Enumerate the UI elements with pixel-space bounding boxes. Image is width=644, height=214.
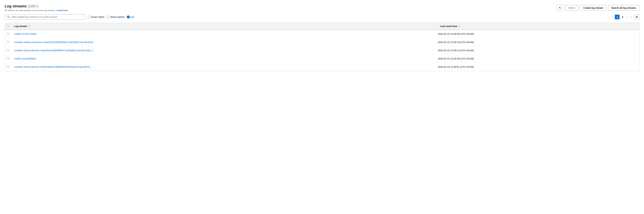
log-stream-col-label: Log stream xyxy=(14,25,27,28)
row-3-checkbox-cell xyxy=(5,46,12,55)
last-event-col-label: Last event time xyxy=(440,25,457,28)
info-icon: i xyxy=(127,16,130,19)
row-1-checkbox-cell xyxy=(5,30,12,38)
show-expired-text: Show expired xyxy=(110,16,124,18)
search-all-log-streams-button[interactable]: Search all log streams xyxy=(608,5,639,11)
create-log-stream-button[interactable]: Create log stream xyxy=(580,5,606,11)
delete-button[interactable]: Delete xyxy=(565,5,578,11)
search-input[interactable] xyxy=(12,16,83,18)
table-row: onetribe-web-production-9253fcabbf31586f… xyxy=(5,63,639,71)
settings-icon: ⚙ xyxy=(636,16,638,19)
row-3-event-time-cell: 2024-02-15 13:45:14 (UTC+04:00) xyxy=(435,46,639,55)
header-row: Log streams (100+) By default, we only l… xyxy=(5,4,639,12)
row-2-checkbox[interactable] xyxy=(7,41,9,43)
table-row: onetribe-sidekiq-production-e3ae055ec96d… xyxy=(5,38,639,46)
search-box: 🔍 xyxy=(5,14,85,20)
select-all-col xyxy=(5,23,12,30)
show-expired-label[interactable]: Show expired xyxy=(107,16,124,18)
log-streams-table: Log stream ▽ Last event time ▼ xyxy=(5,23,639,71)
filter-options: Exact match Show expired i Info xyxy=(88,16,134,19)
title-section: Log streams (100+) By default, we only l… xyxy=(5,4,68,12)
table-row: traefik-a1a023bf4b02 2024-02-15 13:32:26… xyxy=(5,55,639,63)
row-3-checkbox[interactable] xyxy=(7,49,9,51)
row-1-stream-cell: traefik-cec26173a2bc xyxy=(12,30,435,38)
title-label: Log streams xyxy=(5,4,27,8)
row-4-event-time-cell: 2024-02-15 13:32:26 (UTC+04:00) xyxy=(435,55,639,63)
table-settings-button[interactable]: ⚙ xyxy=(634,15,639,20)
row-5-checkbox-cell xyxy=(5,63,12,71)
search-icon: 🔍 xyxy=(7,16,10,19)
page-ellipsis: ... xyxy=(626,16,628,18)
delete-label: Delete xyxy=(568,7,575,9)
main-container: Log streams (100+) By default, we only l… xyxy=(0,0,644,214)
row-2-stream-link[interactable]: onetribe-sidekiq-production-e3ae055ec96d… xyxy=(14,41,95,44)
prev-page-button[interactable]: ‹ xyxy=(610,15,614,19)
last-event-sort-icon: ▼ xyxy=(458,25,460,27)
title-text: Log streams (100+) xyxy=(5,4,38,8)
row-5-stream-link[interactable]: onetribe-web-production-9253fcabbf31586f… xyxy=(14,66,93,68)
page-1[interactable]: 1 xyxy=(615,15,620,19)
row-5-checkbox[interactable] xyxy=(7,66,9,68)
subtitle-text: By default, we only load the most recent… xyxy=(5,9,56,12)
table-row: onetribe-web-production-e3ae055ec96d06f9… xyxy=(5,46,639,55)
row-2-event-time-cell: 2024-02-15 13:45:19 (UTC+04:00) xyxy=(435,38,639,46)
log-stream-col-header[interactable]: Log stream ▽ xyxy=(12,23,435,30)
row-2-checkbox-cell xyxy=(5,38,12,46)
row-1-event-time: 2024-02-15 13:49:59 (UTC+04:00) xyxy=(438,33,474,35)
table-header: Log stream ▽ Last event time ▼ xyxy=(5,23,639,30)
next-page-button[interactable]: › xyxy=(629,15,634,19)
page-title: Log streams (100+) xyxy=(5,4,68,9)
select-all-checkbox[interactable] xyxy=(7,25,9,27)
table-section: Log stream ▽ Last event time ▼ xyxy=(5,23,639,71)
row-2-event-time: 2024-02-15 13:45:19 (UTC+04:00) xyxy=(438,41,474,44)
last-event-time-col-header[interactable]: Last event time ▼ xyxy=(435,23,639,30)
row-3-stream-link[interactable]: onetribe-web-production-e3ae055ec96d06f9… xyxy=(14,49,94,52)
row-4-checkbox[interactable] xyxy=(7,57,9,59)
row-3-stream-cell: onetribe-web-production-e3ae055ec96d06f9… xyxy=(12,46,435,55)
filter-row: 🔍 Exact match Show expired i Info ‹ 1 2 … xyxy=(5,14,639,20)
table-body: traefik-cec26173a2bc 2024-02-15 13:49:59… xyxy=(5,30,639,71)
row-1-stream-link[interactable]: traefik-cec26173a2bc xyxy=(14,33,37,35)
row-5-event-time-cell: 2024-02-15 13:30:51 (UTC+04:00) xyxy=(435,63,639,71)
header-actions: ↻ Delete Create log stream Search all lo… xyxy=(557,5,639,11)
title-count: (100+) xyxy=(28,4,38,8)
create-label: Create log stream xyxy=(583,7,603,9)
refresh-icon: ↻ xyxy=(559,6,561,10)
exact-match-label[interactable]: Exact match xyxy=(88,16,104,18)
row-4-checkbox-cell xyxy=(5,55,12,63)
info-label: Info xyxy=(130,16,134,18)
row-4-stream-cell: traefik-a1a023bf4b02 xyxy=(12,55,435,63)
info-badge[interactable]: i Info xyxy=(127,16,134,19)
search-all-label: Search all log streams xyxy=(611,7,636,9)
row-4-event-time: 2024-02-15 13:32:26 (UTC+04:00) xyxy=(438,57,474,60)
show-expired-checkbox[interactable] xyxy=(107,16,109,18)
exact-match-checkbox[interactable] xyxy=(88,16,90,18)
pagination: ‹ 1 2 ... › ⚙ xyxy=(610,15,639,20)
log-stream-sort-icon: ▽ xyxy=(28,25,30,27)
table-row: traefik-cec26173a2bc 2024-02-15 13:49:59… xyxy=(5,30,639,38)
load-more-link[interactable]: Load more. xyxy=(56,9,68,12)
row-4-stream-link[interactable]: traefik-a1a023bf4b02 xyxy=(14,57,36,60)
page-2[interactable]: 2 xyxy=(620,15,625,19)
row-5-stream-cell: onetribe-web-production-9253fcabbf31586f… xyxy=(12,63,435,71)
row-3-event-time: 2024-02-15 13:45:14 (UTC+04:00) xyxy=(438,49,474,52)
col-divider xyxy=(438,25,438,28)
exact-match-text: Exact match xyxy=(92,16,104,18)
row-1-event-time-cell: 2024-02-15 13:49:59 (UTC+04:00) xyxy=(435,30,639,38)
refresh-button[interactable]: ↻ xyxy=(557,5,563,11)
row-2-stream-cell: onetribe-sidekiq-production-e3ae055ec96d… xyxy=(12,38,435,46)
subtitle: By default, we only load the most recent… xyxy=(5,9,68,12)
row-5-event-time: 2024-02-15 13:30:51 (UTC+04:00) xyxy=(438,66,474,68)
row-1-checkbox[interactable] xyxy=(7,33,9,35)
